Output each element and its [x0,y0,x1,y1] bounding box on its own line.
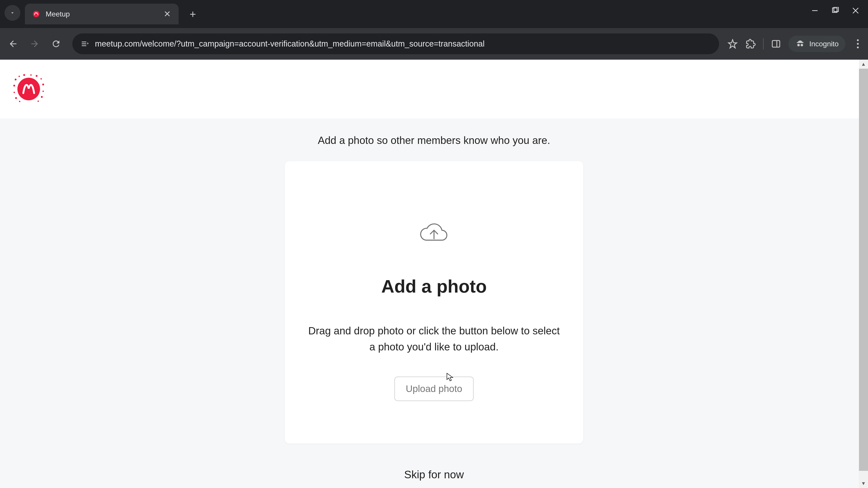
upload-photo-button[interactable]: Upload photo [395,377,473,401]
svg-point-12 [30,74,32,76]
skip-link[interactable]: Skip for now [404,468,464,481]
page-subtitle: Add a photo so other members know who yo… [318,134,550,147]
svg-point-14 [40,78,42,79]
meetup-favicon-icon [32,9,41,19]
bookmark-icon[interactable] [727,38,738,50]
svg-point-13 [36,75,37,77]
page-content: Add a photo so other members know who yo… [0,60,868,488]
maximize-window-icon[interactable] [830,5,841,16]
svg-point-11 [23,74,25,76]
scrollbar-track[interactable]: ▲ ▼ [859,60,868,488]
svg-point-9 [15,78,17,80]
url-text: meetup.com/welcome/?utm_campaign=account… [95,39,711,48]
search-tabs-button[interactable] [4,5,20,21]
svg-point-16 [42,91,44,92]
main-area: Add a photo so other members know who yo… [0,119,868,488]
scrollbar-thumb[interactable] [859,69,868,471]
url-bar[interactable]: meetup.com/welcome/?utm_campaign=account… [72,33,719,54]
browser-menu-button[interactable] [852,38,864,50]
minimize-window-icon[interactable] [809,5,820,16]
forward-button[interactable] [26,35,43,53]
back-button[interactable] [4,35,22,53]
upload-card[interactable]: Add a photo Drag and drop photo or click… [285,161,583,444]
incognito-label: Incognito [809,40,839,48]
svg-point-20 [13,92,15,93]
tab-title: Meetup [46,10,163,18]
browser-tab-bar: Meetup ✕ + [0,0,868,28]
meetup-logo-icon[interactable] [11,73,46,105]
side-panel-icon[interactable] [770,38,782,50]
svg-point-21 [15,97,17,99]
close-tab-icon[interactable]: ✕ [163,9,172,19]
site-info-icon[interactable] [80,39,89,48]
svg-point-19 [13,85,15,87]
browser-toolbar: meetup.com/welcome/?utm_campaign=account… [0,28,868,60]
cloud-upload-icon [418,217,450,249]
svg-point-22 [19,101,20,102]
incognito-badge[interactable]: Incognito [788,36,845,52]
svg-point-17 [41,96,43,98]
svg-point-15 [42,84,44,86]
svg-point-10 [19,76,20,77]
toolbar-divider [763,38,764,50]
card-description: Drag and drop photo or click the button … [305,323,563,355]
close-window-icon[interactable] [850,5,861,16]
extensions-icon[interactable] [745,38,756,50]
svg-point-8 [18,78,40,100]
svg-point-18 [37,101,39,102]
card-title: Add a photo [381,276,487,297]
scroll-down-icon[interactable]: ▼ [859,479,868,488]
scroll-up-icon[interactable]: ▲ [859,60,868,69]
svg-point-0 [33,11,39,18]
page-header [0,60,868,119]
browser-tab[interactable]: Meetup ✕ [25,4,179,24]
svg-rect-6 [772,40,780,47]
reload-button[interactable] [48,35,64,53]
new-tab-button[interactable]: + [185,6,201,22]
cursor-icon [446,373,454,382]
